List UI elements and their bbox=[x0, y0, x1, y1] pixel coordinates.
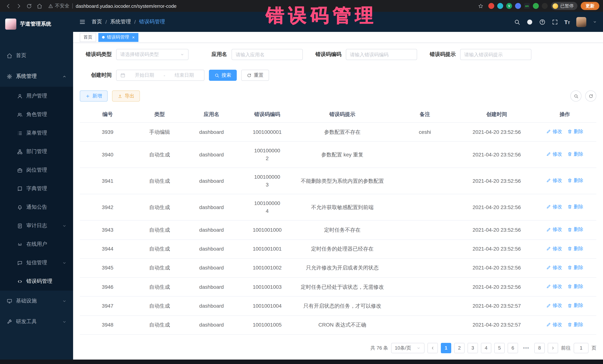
edit-link[interactable]: 修改 bbox=[546, 203, 562, 210]
row-id: 3946 bbox=[80, 277, 135, 297]
menu-fold-icon[interactable] bbox=[79, 19, 86, 25]
page-button[interactable]: 6 bbox=[508, 343, 518, 353]
forward-icon[interactable] bbox=[14, 1, 23, 10]
delete-link[interactable]: 删除 bbox=[567, 203, 583, 210]
toggle-search-button[interactable] bbox=[570, 90, 581, 101]
delete-link[interactable]: 删除 bbox=[567, 283, 583, 290]
breadcrumb-item[interactable]: 系统管理 bbox=[110, 19, 131, 25]
extension-icon[interactable] bbox=[515, 3, 521, 9]
page-button[interactable]: 5 bbox=[494, 343, 505, 353]
extension-icon[interactable] bbox=[542, 3, 548, 9]
sidebar-item-audit-log[interactable]: 审计日志 bbox=[0, 217, 73, 235]
edit-link[interactable]: 修改 bbox=[546, 151, 562, 158]
sidebar-item-menu[interactable]: 菜单管理 bbox=[0, 124, 73, 142]
row-time: 2021-04-20 23:52:56 bbox=[460, 122, 533, 142]
security-indicator[interactable]: 不安全 bbox=[48, 3, 70, 9]
tab-error-code[interactable]: 错误码管理× bbox=[98, 33, 139, 42]
sidebar-item-dict[interactable]: 字典管理 bbox=[0, 179, 73, 198]
edit-link[interactable]: 修改 bbox=[546, 264, 562, 271]
delete-link[interactable]: 删除 bbox=[567, 245, 583, 252]
table-row: 3944自动生成dashboard1001001001定时任务的处理器已经存在2… bbox=[80, 240, 596, 259]
add-button[interactable]: 新增 bbox=[80, 90, 108, 101]
sidebar-item-role[interactable]: 角色管理 bbox=[0, 105, 73, 124]
error-type-select[interactable]: 请选择错误码类型 bbox=[116, 49, 188, 60]
update-button[interactable]: 更新 bbox=[581, 2, 599, 10]
fullscreen-icon[interactable] bbox=[552, 19, 558, 25]
delete-link[interactable]: 删除 bbox=[567, 226, 583, 233]
sidebar-item-user[interactable]: 用户管理 bbox=[0, 87, 73, 105]
extension-icon[interactable]: V bbox=[506, 3, 512, 9]
delete-link[interactable]: 删除 bbox=[567, 128, 583, 135]
tab-home[interactable]: 首页 bbox=[80, 33, 96, 42]
page-button[interactable]: 1 bbox=[441, 343, 451, 353]
page-button[interactable]: 4 bbox=[481, 343, 491, 353]
page-button[interactable]: 8 bbox=[534, 343, 545, 353]
delete-link[interactable]: 删除 bbox=[567, 151, 583, 158]
sidebar-item-system[interactable]: 系统管理 bbox=[0, 66, 73, 87]
edit-link[interactable]: 修改 bbox=[546, 283, 562, 290]
github-icon[interactable] bbox=[526, 19, 533, 25]
next-page-button[interactable] bbox=[548, 343, 558, 353]
edit-link[interactable]: 修改 bbox=[546, 302, 562, 309]
chevdown-icon bbox=[62, 261, 66, 265]
sidebar-item-dev-tools[interactable]: 研发工具 bbox=[0, 311, 73, 332]
sidebar-item-sms[interactable]: 短信管理 bbox=[0, 254, 73, 272]
page-ellipsis[interactable]: ••• bbox=[521, 343, 531, 353]
error-code-input[interactable] bbox=[346, 49, 417, 60]
extension-icon[interactable] bbox=[533, 3, 539, 9]
sidebar-item-post[interactable]: 岗位管理 bbox=[0, 161, 73, 179]
search-button[interactable]: 搜索 bbox=[209, 70, 237, 81]
edit-link[interactable]: 修改 bbox=[546, 245, 562, 252]
extension-icon[interactable]: on bbox=[524, 3, 530, 9]
address-bar[interactable]: 不安全 dashboard.yudao.iocoder.cn/system/er… bbox=[48, 3, 475, 9]
sidebar-item-infra[interactable]: 基础设施 bbox=[0, 291, 73, 311]
bookmark-star-icon[interactable] bbox=[476, 1, 485, 10]
chevron-left-icon bbox=[430, 346, 435, 350]
extension-icon[interactable] bbox=[488, 3, 494, 9]
sidebar-item-notice[interactable]: 通知公告 bbox=[0, 198, 73, 217]
app-name-input[interactable] bbox=[232, 49, 303, 60]
edit-link[interactable]: 修改 bbox=[546, 321, 562, 328]
edit-link[interactable]: 修改 bbox=[546, 226, 562, 233]
pagination: 共 76 条 10条/页 123456•••8 前往 页 bbox=[80, 343, 596, 353]
browser-home-icon[interactable] bbox=[35, 1, 44, 10]
delete-link[interactable]: 删除 bbox=[567, 264, 583, 271]
delete-link[interactable]: 删除 bbox=[567, 302, 583, 309]
edit-link[interactable]: 修改 bbox=[546, 128, 562, 135]
delete-link[interactable]: 删除 bbox=[567, 321, 583, 328]
back-icon[interactable] bbox=[4, 1, 13, 10]
font-size-icon[interactable]: TT bbox=[564, 19, 570, 25]
delete-link[interactable]: 删除 bbox=[567, 177, 583, 184]
row-time: 2021-04-20 23:52:56 bbox=[460, 240, 533, 259]
page-button[interactable]: 3 bbox=[468, 343, 478, 353]
extension-icon[interactable] bbox=[497, 3, 503, 9]
export-button[interactable]: 导出 bbox=[112, 90, 140, 101]
profile-chip[interactable]: 已暂停 bbox=[551, 2, 577, 10]
row-id: 3944 bbox=[80, 240, 135, 259]
goto-page-input[interactable] bbox=[574, 343, 589, 353]
help-icon[interactable] bbox=[539, 19, 545, 25]
header-actions: TT bbox=[514, 17, 597, 27]
reload-icon[interactable] bbox=[24, 1, 33, 10]
sidebar-item-online-user[interactable]: 在线用户 bbox=[0, 235, 73, 254]
search-icon[interactable] bbox=[514, 19, 520, 25]
prev-page-button[interactable] bbox=[428, 343, 438, 353]
row-time: 2021-04-20 23:52:56 bbox=[460, 194, 533, 221]
page-size-select[interactable]: 10条/页 bbox=[391, 343, 425, 353]
reset-button[interactable]: 重置 bbox=[241, 70, 269, 81]
close-icon[interactable]: × bbox=[132, 35, 135, 40]
refresh-table-button[interactable] bbox=[585, 90, 596, 101]
page-button[interactable]: 2 bbox=[454, 343, 464, 353]
app-logo[interactable]: 芋道管理系统 bbox=[0, 12, 73, 36]
edit-link[interactable]: 修改 bbox=[546, 177, 562, 184]
date-range-picker[interactable]: 开始日期 - 结束日期 bbox=[116, 70, 204, 81]
avatar[interactable] bbox=[576, 17, 586, 27]
row-hint: 不允许获取敏感配置到前端 bbox=[295, 194, 390, 221]
sidebar-item-home[interactable]: 首页 bbox=[0, 45, 73, 66]
tab-label: 首页 bbox=[83, 34, 93, 40]
avatar-caret-icon[interactable] bbox=[593, 20, 597, 24]
error-hint-input[interactable] bbox=[460, 49, 531, 60]
sidebar-item-error-code[interactable]: 错误码管理 bbox=[0, 272, 73, 291]
breadcrumb-item[interactable]: 首页 bbox=[92, 19, 102, 25]
sidebar-item-dept[interactable]: 部门管理 bbox=[0, 142, 73, 161]
